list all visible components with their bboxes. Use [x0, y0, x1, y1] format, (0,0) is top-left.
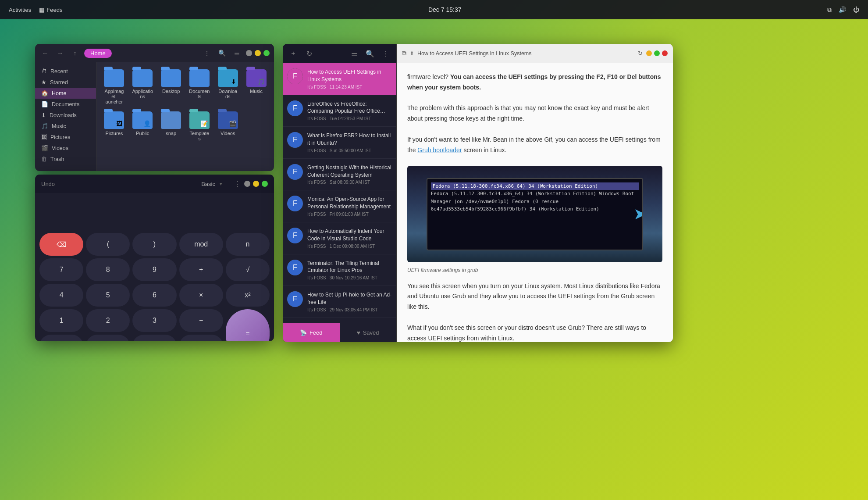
calc-equals-button[interactable]: = — [226, 309, 270, 341]
sidebar-item-videos[interactable]: 🎬 Videos — [35, 143, 96, 154]
calc-multiply-button[interactable]: × — [179, 284, 223, 307]
list-item[interactable]: ⬇ Downloads — [215, 68, 240, 106]
power-icon[interactable]: ⏻ — [853, 6, 859, 13]
calc-square-button[interactable]: x² — [226, 284, 270, 307]
calc-percent-button[interactable]: % — [132, 335, 176, 341]
window-icon[interactable]: ⧉ — [827, 6, 832, 14]
fm-dot-minimize[interactable] — [246, 50, 252, 56]
trash-icon: 🗑 — [41, 156, 47, 162]
fm-up-button[interactable]: ↑ — [69, 47, 81, 59]
volume-icon[interactable]: 🔊 — [839, 6, 846, 13]
calc-mode-label[interactable]: Basic — [201, 181, 215, 187]
sidebar-item-pictures[interactable]: 🖼 Pictures — [35, 132, 96, 143]
svg-text:F: F — [293, 136, 297, 143]
list-item[interactable]: F How to Access UEFI Settings in Linux S… — [283, 63, 396, 95]
list-item[interactable]: 🎵 Music — [244, 68, 269, 106]
list-item[interactable]: F Getting Nostalgic With the Historical … — [283, 159, 396, 191]
calc-2-button[interactable]: 2 — [86, 309, 130, 332]
list-item[interactable]: Documents — [187, 68, 212, 106]
list-item[interactable]: F Up to 65% Off on All Linux Foundation … — [283, 318, 396, 323]
sidebar-item-starred[interactable]: ★ Starred — [35, 77, 96, 88]
calc-6-button[interactable]: 6 — [132, 284, 176, 307]
list-item[interactable]: snap — [159, 110, 184, 143]
article-dot-red[interactable] — [662, 50, 668, 56]
list-item[interactable]: Desktop — [159, 68, 184, 106]
fm-location-badge[interactable]: Home — [84, 49, 112, 58]
activities-button[interactable]: Activities — [9, 7, 31, 13]
list-item[interactable]: 📝 Templates — [187, 110, 212, 143]
calc-n-button[interactable]: n — [226, 233, 270, 256]
feeds-refresh-button[interactable]: ↻ — [303, 47, 315, 60]
sidebar-item-downloads[interactable]: ⬇ Downloads — [35, 110, 96, 121]
list-item[interactable]: AppImageL auncher — [102, 68, 127, 106]
feeds-item-meta-monica: It's FOSS Fri 09:01:00 AM IST — [307, 212, 392, 217]
calc-dot-maximize[interactable] — [253, 181, 259, 187]
sidebar-item-trash[interactable]: 🗑 Trash — [35, 154, 96, 164]
list-item[interactable]: 🖼 Pictures — [102, 110, 127, 143]
list-item[interactable]: F Monica: An Open-Source App for Persona… — [283, 190, 396, 222]
calc-0-button[interactable]: 0 — [39, 335, 83, 341]
calc-open-paren-button[interactable]: ( — [86, 233, 130, 256]
feeds-search-button[interactable]: 🔍 — [364, 47, 376, 60]
article-dot-green[interactable] — [654, 50, 660, 56]
feeds-add-button[interactable]: + — [287, 47, 299, 60]
list-item[interactable]: F LibreOffice vs FreeOffice: Comparing P… — [283, 95, 396, 127]
list-item[interactable]: 👤 Public — [130, 110, 155, 143]
grub-bootloader-link[interactable]: Grub bootloader — [417, 146, 462, 154]
calc-add-button[interactable]: + — [179, 335, 223, 341]
fm-forward-button[interactable]: → — [54, 47, 66, 59]
fm-view-button[interactable]: ⚌ — [231, 47, 242, 59]
fm-menu-button[interactable]: ⋮ — [201, 47, 213, 59]
calc-menu-icon[interactable]: ⋮ — [234, 180, 241, 188]
list-item[interactable]: F Terminator: The Tiling Terminal Emulat… — [283, 254, 396, 286]
calc-undo-label[interactable]: Undo — [41, 181, 55, 187]
calc-1-button[interactable]: 1 — [39, 309, 83, 332]
calc-5-button[interactable]: 5 — [86, 284, 130, 307]
folder-snap-label: snap — [166, 131, 176, 136]
list-item[interactable]: Applications — [130, 68, 155, 106]
list-item[interactable]: F How to Automatically Indent Your Code … — [283, 222, 396, 254]
calc-sqrt-button[interactable]: √ — [226, 258, 270, 281]
calc-8-button[interactable]: 8 — [86, 258, 130, 281]
calc-4-button[interactable]: 4 — [39, 284, 83, 307]
folder-videos-icon: 🎬 — [218, 111, 238, 129]
feeds-menu[interactable]: ▦ Feeds — [39, 7, 62, 13]
calc-dot-close[interactable] — [262, 181, 268, 187]
list-item[interactable]: 🎬 Videos — [215, 110, 240, 143]
sidebar-item-home-label: Home — [52, 90, 66, 96]
article-window-icon[interactable]: ⧉ — [402, 50, 406, 57]
calc-decimal-button[interactable]: . — [86, 335, 130, 341]
fm-search-button[interactable]: 🔍 — [216, 47, 228, 59]
calc-divide-button[interactable]: ÷ — [179, 258, 223, 281]
fm-titlebar: ← → ↑ Home ⋮ 🔍 ⚌ — [35, 44, 274, 62]
fm-back-button[interactable]: ← — [39, 47, 51, 59]
calc-mod-button[interactable]: mod — [179, 233, 223, 256]
fm-dot-maximize[interactable] — [255, 50, 261, 56]
calc-3-button[interactable]: 3 — [132, 309, 176, 332]
feeds-saved-tab-button[interactable]: ♥ Saved — [340, 323, 397, 342]
calc-dot-minimize[interactable] — [244, 181, 250, 187]
calc-9-button[interactable]: 9 — [132, 258, 176, 281]
article-dot-yellow[interactable] — [646, 50, 652, 56]
calc-backspace-button[interactable]: ⌫ — [39, 233, 83, 256]
article-share-icon[interactable]: ⬆ — [410, 50, 414, 56]
feeds-list-header: + ↻ ⚌ 🔍 ⋮ — [283, 44, 396, 63]
fm-dot-close[interactable] — [263, 50, 270, 56]
feeds-menu-button[interactable]: ⋮ — [380, 47, 392, 60]
calc-close-paren-button[interactable]: ) — [132, 233, 176, 256]
calculator-window: Undo Basic ▾ ⋮ ⌫ ( ) mod n 7 8 9 ÷ √ 4 5… — [35, 175, 274, 341]
feeds-filter-button[interactable]: ⚌ — [348, 47, 360, 60]
sidebar-item-music[interactable]: 🎵 Music — [35, 121, 96, 132]
folder-music-label: Music — [250, 89, 263, 94]
calc-7-button[interactable]: 7 — [39, 258, 83, 281]
feeds-feed-tab-button[interactable]: 📡 Feed — [283, 323, 340, 342]
calc-subtract-button[interactable]: − — [179, 309, 223, 332]
sidebar-item-home[interactable]: 🏠 Home — [35, 88, 96, 99]
list-item[interactable]: F What is Firefox ESR? How to Install it… — [283, 127, 396, 159]
sidebar-item-documents[interactable]: 📄 Documents — [35, 99, 96, 110]
article-refresh-icon[interactable]: ↻ — [638, 50, 643, 57]
list-item[interactable]: F How to Set Up Pi-hole to Get an Ad-fre… — [283, 286, 396, 318]
videos-cam-icon: 🎬 — [229, 120, 236, 127]
sidebar-item-recent[interactable]: ⏱ Recent — [35, 66, 96, 77]
folder-appimage-label: AppImageL auncher — [103, 89, 125, 104]
